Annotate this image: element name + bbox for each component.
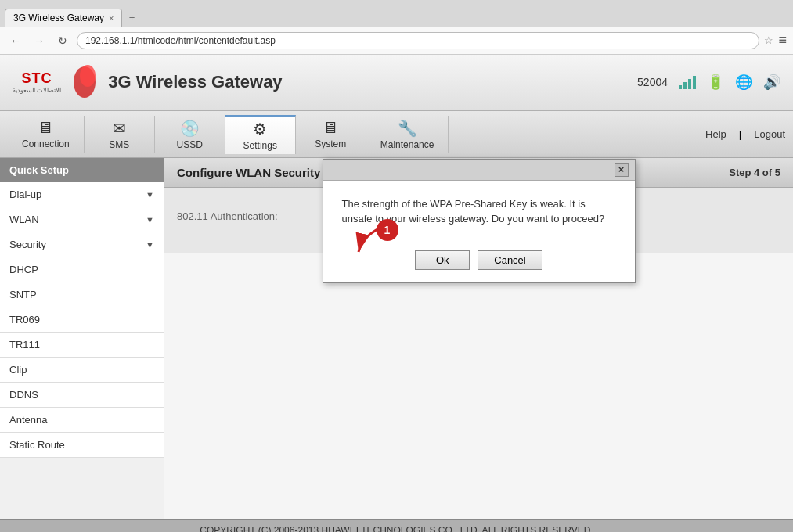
annotation-arrow: 1 — [347, 219, 394, 261]
forward-button[interactable]: → — [30, 31, 49, 50]
footer: COPYRIGHT (C) 2006-2013 HUAWEI TECHNOLOG… — [0, 519, 793, 532]
battery-icon: 🔋 — [707, 74, 724, 91]
nav-item-maintenance[interactable]: 🔧 Maintenance — [366, 116, 449, 153]
app-header: STC الاتصالات السعودية 3G Wireless Gatew… — [0, 55, 793, 111]
dialog-box: × The strength of the WPA Pre-Shared Key… — [323, 159, 636, 283]
app-title: 3G Wireless Gateway — [108, 72, 282, 92]
step-info: Step 4 of 5 — [729, 167, 780, 178]
sidebar-label-clip: Clip — [9, 364, 27, 376]
signal-number: 52004 — [637, 76, 668, 88]
sidebar-label-ddns: DDNS — [9, 389, 38, 401]
connection-icon: 🖥 — [38, 119, 53, 137]
main-layout: Quick Setup Dial-up ▼ WLAN ▼ Security ▼ … — [0, 158, 793, 519]
nav-item-ussd[interactable]: 💿 USSD — [155, 116, 225, 153]
sidebar-label-antenna: Antenna — [9, 414, 47, 426]
chevron-icon-dialup: ▼ — [146, 190, 154, 200]
annotation-circle: 1 — [377, 219, 398, 241]
sidebar-item-clip[interactable]: Clip — [0, 358, 164, 383]
bar4 — [693, 76, 696, 89]
url-input[interactable] — [77, 32, 759, 49]
new-tab-button[interactable]: + — [122, 8, 141, 27]
sidebar-item-security[interactable]: Security ▼ — [0, 232, 164, 257]
sidebar: Quick Setup Dial-up ▼ WLAN ▼ Security ▼ … — [0, 158, 164, 519]
tab-close-button[interactable]: × — [109, 13, 114, 23]
menu-icon[interactable]: ≡ — [778, 32, 787, 49]
dialog-buttons: Ok Cancel — [323, 243, 635, 282]
content-body: 802.11 Authentication: WPA2-PSK × The st… — [164, 188, 793, 253]
signal-bars-icon — [679, 76, 696, 89]
nav-item-connection[interactable]: 🖥 Connection — [8, 116, 85, 153]
sidebar-item-tr111[interactable]: TR111 — [0, 332, 164, 358]
nav-label-system: System — [315, 138, 346, 149]
dialog-overlay: × The strength of the WPA Pre-Shared Key… — [164, 188, 793, 253]
sidebar-item-ddns[interactable]: DDNS — [0, 383, 164, 408]
nav-label-ussd: USSD — [177, 139, 203, 150]
chevron-icon-wlan: ▼ — [146, 215, 154, 225]
tab-bar: 3G Wireless Gateway × + — [0, 0, 793, 27]
sidebar-item-wlan[interactable]: WLAN ▼ — [0, 207, 164, 232]
help-link[interactable]: Help — [705, 128, 726, 140]
sms-icon: ✉ — [113, 119, 126, 138]
sidebar-item-antenna[interactable]: Antenna — [0, 408, 164, 433]
stc-logo-text: STC — [22, 70, 52, 87]
sidebar-item-sntp[interactable]: SNTP — [0, 282, 164, 307]
sidebar-label-dialup: Dial-up — [9, 189, 41, 200]
app-container: STC الاتصالات السعودية 3G Wireless Gatew… — [0, 55, 793, 532]
nav-item-sms[interactable]: ✉ SMS — [85, 116, 155, 153]
content-title: Configure WLAN Security — [177, 166, 320, 179]
sidebar-item-dhcp[interactable]: DHCP — [0, 257, 164, 282]
sidebar-label-tr069: TR069 — [9, 314, 40, 325]
stc-logo: STC الاتصالات السعودية — [13, 70, 61, 94]
settings-icon: ⚙ — [253, 120, 267, 138]
logo-area: STC الاتصالات السعودية 3G Wireless Gatew… — [13, 63, 283, 101]
svg-point-1 — [80, 65, 96, 87]
bookmark-icon[interactable]: ☆ — [764, 34, 773, 46]
nav-label-sms: SMS — [109, 139, 129, 150]
maintenance-icon: 🔧 — [398, 119, 417, 138]
nav-item-settings[interactable]: ⚙ Settings — [225, 115, 296, 154]
chevron-icon-security: ▼ — [146, 240, 154, 250]
sidebar-label-security: Security — [9, 239, 46, 250]
sidebar-label-wlan: WLAN — [9, 214, 39, 225]
nav-label-connection: Connection — [22, 138, 70, 149]
sidebar-item-static-route[interactable]: Static Route — [0, 433, 164, 458]
sidebar-label-dhcp: DHCP — [9, 264, 38, 275]
stc-bird-icon — [70, 63, 99, 101]
bar3 — [688, 79, 691, 89]
logout-link[interactable]: Logout — [754, 128, 785, 140]
speaker-icon: 🔊 — [763, 74, 780, 91]
active-tab[interactable]: 3G Wireless Gateway × — [5, 9, 122, 27]
dialog-titlebar: × — [323, 160, 635, 181]
refresh-button[interactable]: ↻ — [53, 31, 72, 50]
sidebar-label-sntp: SNTP — [9, 289, 37, 300]
dialog-close-button[interactable]: × — [615, 163, 629, 177]
globe-icon: 🌐 — [735, 74, 752, 91]
nav-item-system[interactable]: 🖥 System — [296, 116, 366, 153]
content-area: Configure WLAN Security Step 4 of 5 802.… — [164, 158, 793, 519]
bar1 — [679, 85, 682, 89]
sidebar-item-dialup[interactable]: Dial-up ▼ — [0, 182, 164, 207]
nav-label-settings: Settings — [243, 140, 277, 151]
address-bar: ← → ↻ ☆ ≡ — [0, 27, 793, 55]
sidebar-header: Quick Setup — [0, 158, 164, 182]
nav-bar: 🖥 Connection ✉ SMS 💿 USSD ⚙ Settings 🖥 S… — [0, 111, 793, 158]
footer-text: COPYRIGHT (C) 2006-2013 HUAWEI TECHNOLOG… — [200, 525, 593, 532]
sidebar-item-tr069[interactable]: TR069 — [0, 307, 164, 332]
tab-label: 3G Wireless Gateway — [13, 13, 104, 23]
nav-links: Help | Logout — [705, 128, 785, 140]
bar2 — [683, 82, 687, 89]
sidebar-label-static-route: Static Route — [9, 439, 65, 451]
sidebar-label-tr111: TR111 — [9, 339, 40, 350]
system-icon: 🖥 — [323, 119, 338, 137]
cancel-button[interactable]: Cancel — [478, 250, 542, 270]
ok-button[interactable]: Ok — [415, 250, 470, 270]
nav-label-maintenance: Maintenance — [380, 139, 434, 150]
status-area: 52004 🔋 🌐 🔊 — [637, 74, 780, 91]
stc-logo-sub: الاتصالات السعودية — [13, 87, 61, 94]
back-button[interactable]: ← — [6, 31, 25, 50]
browser-chrome: 3G Wireless Gateway × + ← → ↻ ☆ ≡ — [0, 0, 793, 55]
ussd-icon: 💿 — [180, 119, 200, 138]
